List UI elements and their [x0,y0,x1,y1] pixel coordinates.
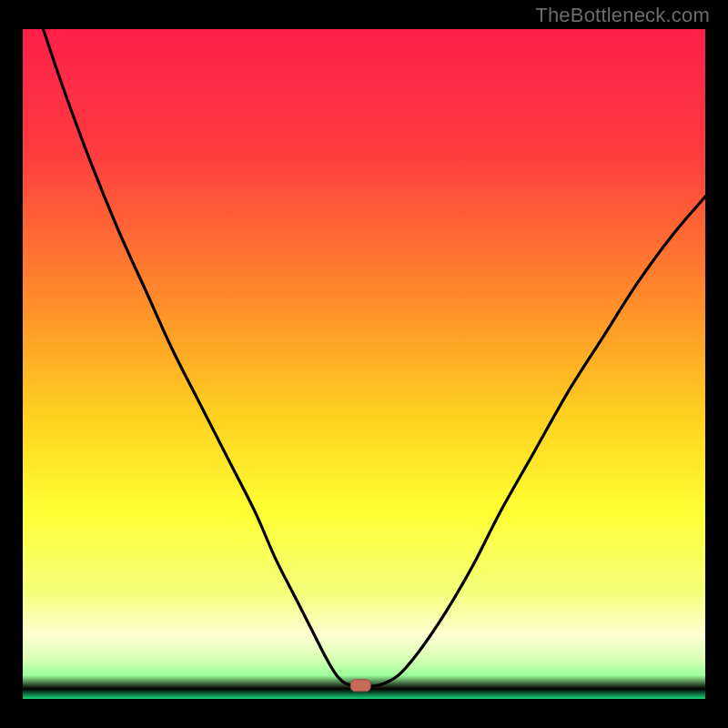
optimal-point-marker [350,680,370,692]
gradient-background [23,29,705,699]
bottleneck-chart [0,0,728,728]
chart-frame: TheBottleneck.com [0,0,728,728]
